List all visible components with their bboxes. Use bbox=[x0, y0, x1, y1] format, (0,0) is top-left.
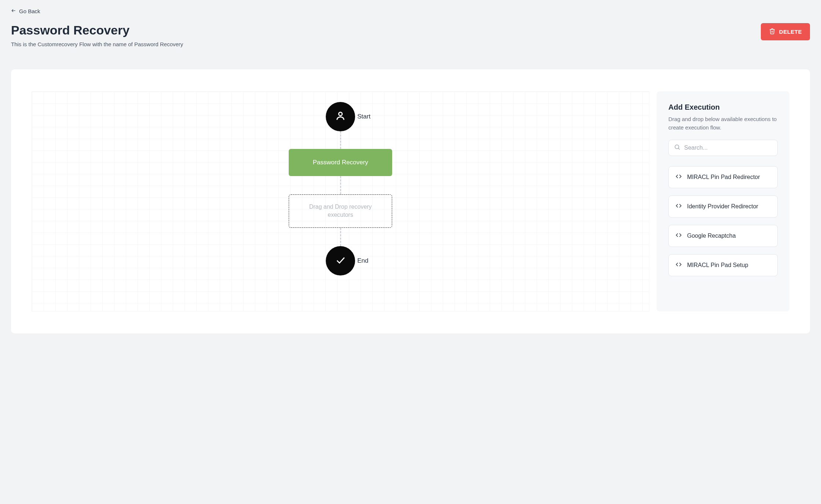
page-title: Password Recovery bbox=[11, 23, 183, 37]
search-icon bbox=[674, 144, 680, 152]
panel-description: Drag and drop below available executions… bbox=[668, 115, 778, 132]
execution-item[interactable]: MIRACL Pin Pad Setup bbox=[668, 254, 778, 276]
execution-item[interactable]: Google Recaptcha bbox=[668, 225, 778, 247]
flow-connector bbox=[340, 131, 341, 149]
check-icon bbox=[335, 254, 346, 267]
execution-list: MIRACL Pin Pad Redirector Identity Provi… bbox=[668, 166, 778, 276]
go-back-link[interactable]: Go Back bbox=[11, 7, 40, 17]
start-node-label: Start bbox=[357, 113, 371, 120]
add-execution-panel: Add Execution Drag and drop below availa… bbox=[657, 91, 789, 311]
execution-item-label: Google Recaptcha bbox=[687, 233, 736, 239]
flow-dropzone-text: Drag and Drop recovery executors bbox=[309, 204, 372, 218]
code-icon bbox=[675, 173, 682, 181]
flow-canvas[interactable]: Start Password Recovery Drag and Drop re… bbox=[32, 91, 649, 311]
page-subtitle: This is the Customrecovery Flow with the… bbox=[11, 41, 183, 47]
svg-point-2 bbox=[675, 145, 679, 149]
delete-button-label: DELETE bbox=[779, 29, 802, 35]
flow-connector bbox=[340, 176, 341, 194]
flow-dropzone[interactable]: Drag and Drop recovery executors bbox=[289, 194, 392, 228]
trash-icon bbox=[769, 28, 776, 36]
svg-point-1 bbox=[339, 112, 342, 116]
go-back-label: Go Back bbox=[19, 8, 40, 14]
execution-item-label: MIRACL Pin Pad Setup bbox=[687, 262, 748, 269]
execution-item[interactable]: Identity Provider Redirector bbox=[668, 196, 778, 218]
search-input[interactable] bbox=[684, 145, 772, 151]
execution-item-label: Identity Provider Redirector bbox=[687, 203, 758, 210]
end-node-label: End bbox=[357, 257, 368, 264]
flow-block-label: Password Recovery bbox=[313, 159, 368, 166]
user-icon bbox=[335, 110, 346, 123]
code-icon bbox=[675, 261, 682, 269]
execution-item[interactable]: MIRACL Pin Pad Redirector bbox=[668, 166, 778, 188]
flow-connector bbox=[340, 228, 341, 246]
code-icon bbox=[675, 202, 682, 211]
main-card: Start Password Recovery Drag and Drop re… bbox=[11, 69, 810, 333]
flow-block-password-recovery[interactable]: Password Recovery bbox=[289, 149, 392, 176]
search-field-wrapper[interactable] bbox=[668, 140, 778, 156]
panel-title: Add Execution bbox=[668, 103, 778, 112]
delete-button[interactable]: DELETE bbox=[761, 23, 810, 40]
arrow-left-icon bbox=[11, 8, 16, 14]
code-icon bbox=[675, 232, 682, 240]
start-node[interactable]: Start bbox=[326, 102, 355, 131]
end-node[interactable]: End bbox=[326, 246, 355, 275]
svg-line-3 bbox=[678, 148, 679, 149]
execution-item-label: MIRACL Pin Pad Redirector bbox=[687, 174, 760, 180]
